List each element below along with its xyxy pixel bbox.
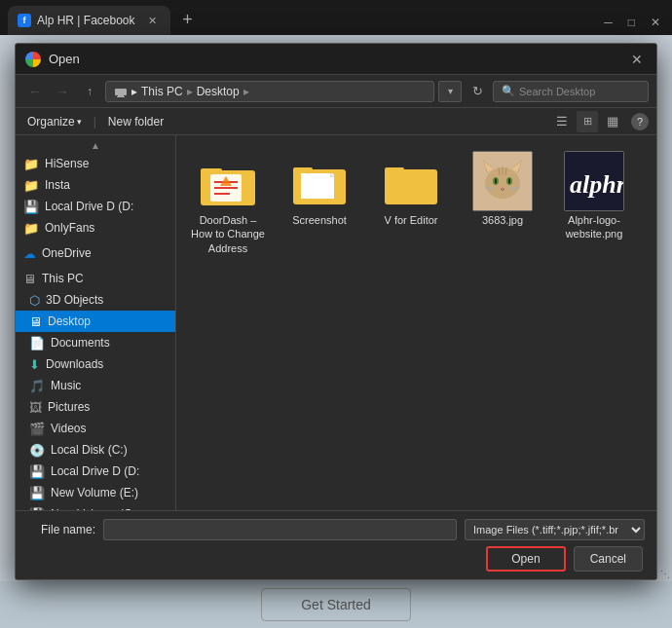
filename-label: File name: [27,523,95,536]
breadcrumb-this-pc[interactable]: This PC [141,85,183,98]
view-list-button[interactable]: ☰ [551,111,573,132]
videos-icon: 🎬 [29,422,45,436]
sidebar-item-label: Pictures [48,400,90,414]
view-grid-button[interactable]: ⊞ [577,111,598,132]
view-more-button[interactable]: ▦ [602,111,623,132]
file-label: DoorDash – How to Change Address [190,213,266,255]
drive-d-icon: 💾 [29,464,45,479]
dialog-close-button[interactable]: ✕ [627,50,647,69]
nav-back-button[interactable]: ← [23,80,47,103]
svg-rect-0 [115,89,127,95]
svg-rect-15 [385,169,437,204]
this-pc-icon [114,85,128,98]
sidebar-item-local-drive[interactable]: 💾 Local Drive D (D: [16,196,175,217]
sidebar-item-this-pc[interactable]: 🖥 This PC [16,268,175,289]
file-label: 3683.jpg [482,213,523,227]
svg-point-26 [508,178,510,184]
folder-icon: 📁 [23,178,39,193]
sidebar-item-documents[interactable]: 📄 Documents [16,332,175,353]
sidebar: ▲ 📁 HiSense 📁 Insta 💾 Local Drive D (D: [16,135,176,510]
sidebar-item-new-volume-g[interactable]: 💾 New Volume (G: [16,503,175,510]
sidebar-item-label: New Volume (E:) [51,486,138,499]
file-grid: DoorDash – How to Change Address [176,135,656,510]
button-row: Open Cancel [27,546,645,572]
refresh-button[interactable]: ↻ [466,80,489,103]
pc-icon: 🖥 [23,272,36,286]
get-started-button[interactable]: Get Started [261,588,411,621]
sidebar-item-label: Desktop [48,314,91,328]
sidebar-item-label: Local Disk (C:) [51,443,128,457]
sidebar-item-hisense[interactable]: 📁 HiSense [16,153,175,174]
nav-forward-button[interactable]: → [51,80,74,103]
sidebar-item-label: HiSense [45,157,89,170]
sidebar-item-local-disk-c[interactable]: 💿 Local Disk (C:) [16,439,175,461]
drive-g-icon: 💾 [29,507,45,511]
filename-row: File name: Image Files (*.tiff;*.pjp;*.j… [27,519,645,540]
file-label: Alphr-logo-website.png [556,213,632,241]
dropdown-arrow[interactable]: ▾ [438,81,462,102]
alphr-logo-icon: alphr [565,152,623,210]
folder-icon: 📁 [23,157,39,171]
breadcrumb[interactable]: ▸ This PC ▸ Desktop ▸ [105,81,434,102]
sidebar-item-new-volume-e[interactable]: 💾 New Volume (E:) [16,482,175,503]
sidebar-item-onlyfans[interactable]: 📁 OnlyFans [16,217,175,239]
content-area: ▲ 📁 HiSense 📁 Insta 💾 Local Drive D (D: [16,135,656,510]
breadcrumb-desktop[interactable]: Desktop [197,85,240,98]
tab-close-icon[interactable]: ✕ [145,13,161,28]
tab-bar: f Alp HR | Facebook ✕ + ─ □ ✕ [0,0,672,35]
doordash-folder-icon [199,155,257,207]
sidebar-item-label: New Volume (G: [51,507,135,510]
file-item-doordash[interactable]: DoorDash – How to Change Address [184,143,272,263]
new-folder-label: New folder [108,115,164,129]
search-icon: 🔍 [502,85,515,97]
sidebar-item-onedrive[interactable]: ☁ OneDrive [16,242,175,264]
file-item-3683jpg[interactable]: 3683.jpg [459,143,546,263]
search-bar[interactable]: 🔍 Search Desktop [493,81,649,102]
tab-favicon: f [18,14,31,27]
sidebar-scroll-up[interactable]: ▲ [16,137,175,153]
file-item-screenshot[interactable]: Screenshot [276,143,363,263]
maximize-icon[interactable]: □ [628,16,635,29]
filename-input[interactable] [103,519,457,540]
sidebar-item-desktop[interactable]: 🖥 Desktop [16,311,175,332]
sidebar-item-music[interactable]: 🎵 Music [16,375,175,396]
breadcrumb-text: ▸ [131,85,137,98]
svg-marker-13 [301,173,334,199]
sidebar-item-downloads[interactable]: ⬇ Downloads [16,353,175,375]
nav-up-button[interactable]: ↑ [78,80,101,103]
sidebar-item-insta[interactable]: 📁 Insta [16,174,175,196]
browser-chrome: f Alp HR | Facebook ✕ + ─ □ ✕ Get Starte… [0,0,672,628]
organize-label: Organize [27,115,75,129]
help-button[interactable]: ? [631,113,649,130]
new-folder-button[interactable]: New folder [104,115,168,129]
dialog-overlay: Open ✕ ← → ↑ ▸ This PC ▸ Desktop ▸ ▾ ↻ [0,35,672,581]
filetype-select[interactable]: Image Files (*.tiff;*.pjp;*.jfif;*.br [465,519,645,540]
sidebar-item-local-drive-d2[interactable]: 💾 Local Drive D (D: [16,461,175,482]
open-button[interactable]: Open [486,546,565,572]
bottom-bar: File name: Image Files (*.tiff;*.pjp;*.j… [16,510,656,579]
special-icon: ⬡ [29,293,40,308]
toolbar: Organize ▾ | New folder ☰ ⊞ ▦ ? [16,108,656,135]
sidebar-item-label: OnlyFans [45,221,94,235]
window-close-icon[interactable]: ✕ [651,16,660,29]
new-tab-button[interactable]: + [174,6,202,33]
file-item-alphr-logo[interactable]: alphr Alphr-logo-website.png [550,143,638,263]
get-started-bar: Get Started [0,581,672,628]
organize-button[interactable]: Organize ▾ [23,115,86,129]
file-label: V for Editor [384,213,437,227]
sidebar-item-3d-objects[interactable]: ⬡ 3D Objects [16,289,175,311]
file-icon: alphr [564,151,624,211]
minimize-icon[interactable]: ─ [604,16,613,29]
svg-point-25 [495,178,497,184]
cancel-label: Cancel [590,552,626,566]
browser-controls: ─ □ ✕ [604,16,664,29]
svg-rect-2 [117,96,125,97]
browser-tab[interactable]: f Alp HR | Facebook ✕ [8,6,170,35]
file-icon [381,151,441,211]
sidebar-item-pictures[interactable]: 🖼 Pictures [16,396,175,418]
open-file-dialog: Open ✕ ← → ↑ ▸ This PC ▸ Desktop ▸ ▾ ↻ [15,43,657,580]
cancel-button[interactable]: Cancel [574,546,643,572]
music-icon: 🎵 [29,379,45,393]
file-item-v-editor[interactable]: V for Editor [367,143,455,263]
sidebar-item-videos[interactable]: 🎬 Videos [16,418,175,439]
